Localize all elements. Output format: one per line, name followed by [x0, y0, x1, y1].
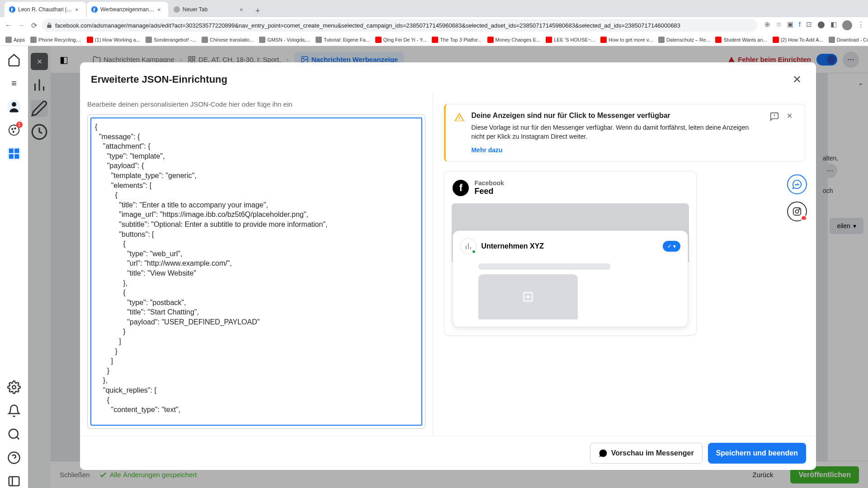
bookmark-item[interactable]: Datenschutz – Re...: [656, 37, 712, 43]
report-icon[interactable]: [769, 112, 779, 122]
generic-favicon: [174, 6, 180, 13]
close-icon[interactable]: ×: [240, 6, 246, 13]
ad-preview-card: f Facebook Feed: [444, 171, 697, 336]
profile-icon[interactable]: [842, 20, 852, 30]
facebook-favicon: [91, 6, 98, 13]
tab-title: Leon R. Chaudhari | Facebook: [18, 6, 72, 13]
lock-icon: [46, 22, 52, 28]
attachment-placeholder: [478, 274, 577, 319]
browser-tab[interactable]: Leon R. Chaudhari | Facebook ×: [5, 2, 86, 17]
warning-alert: Deine Anzeigen sind nur für Click to Mes…: [444, 104, 805, 162]
bookmark-item[interactable]: How to get more v...: [599, 37, 655, 43]
svg-rect-9: [9, 154, 14, 159]
menu-icon[interactable]: ⋮: [858, 20, 864, 30]
bookmark-item[interactable]: Phone Recycling,...: [28, 37, 83, 43]
instagram-icon[interactable]: [787, 202, 807, 221]
close-icon[interactable]: ✕: [787, 112, 797, 122]
svg-point-11: [12, 385, 16, 389]
bookmark-item[interactable]: Download - Cooki...: [827, 37, 868, 43]
message-placeholder: [478, 263, 610, 270]
browser-tab[interactable]: Werbeanzeigenmanager - We ×: [87, 2, 168, 17]
bookmark-item[interactable]: Qing Fei De Yi - Y...: [373, 37, 429, 43]
save-and-finish-button[interactable]: Speichern und beenden: [708, 443, 806, 464]
collapse-icon[interactable]: [7, 474, 21, 488]
tab-title: Werbeanzeigenmanager - We: [100, 6, 155, 13]
bookmark-item[interactable]: Sonderangebot! -...: [144, 37, 198, 43]
address-bar[interactable]: facebook.com/adsmanager/manage/ads/edit?…: [42, 19, 757, 32]
svg-point-12: [9, 429, 18, 438]
alert-text: Diese Vorlage ist nur für den Messenger …: [471, 123, 763, 141]
json-code-input[interactable]: [90, 117, 422, 426]
bookmark-item[interactable]: Tutorial: Eigene Fa...: [314, 37, 372, 43]
hamburger-icon[interactable]: ≡: [7, 76, 21, 90]
extension-icon[interactable]: ◧: [830, 20, 837, 30]
avatar[interactable]: [7, 100, 21, 113]
help-icon[interactable]: [7, 451, 21, 465]
close-icon[interactable]: ×: [75, 6, 81, 13]
notification-badge: 1: [16, 122, 23, 128]
svg-point-36: [795, 210, 798, 213]
messenger-icon[interactable]: [787, 174, 807, 194]
expand-button[interactable]: ✓ ▾: [663, 241, 680, 252]
modal-title: Erweiterte JSON-Einrichtung: [91, 74, 227, 85]
json-setup-modal: Erweiterte JSON-Einrichtung ✕ Bearbeite …: [80, 62, 816, 470]
svg-point-6: [13, 131, 14, 133]
star-icon[interactable]: ☆: [776, 20, 782, 30]
online-dot-icon: [472, 249, 476, 254]
browser-tab[interactable]: Neuer Tab ×: [169, 2, 250, 17]
facebook-icon: f: [453, 180, 469, 196]
url-text: facebook.com/adsmanager/manage/ads/edit?…: [55, 22, 680, 29]
svg-point-5: [14, 128, 16, 129]
facebook-favicon: [9, 6, 15, 13]
svg-rect-15: [9, 477, 19, 486]
bookmark-item[interactable]: GMSN - Vologda,...: [257, 37, 312, 43]
bookmark-item[interactable]: The Top 3 Platfor...: [430, 37, 483, 43]
close-icon[interactable]: ✕: [789, 71, 805, 88]
blocked-badge-icon: [801, 215, 807, 221]
close-icon[interactable]: ×: [157, 6, 164, 13]
preview-feed: Feed: [474, 187, 504, 196]
left-rail: ≡ 1: [0, 46, 28, 488]
bookmark-item[interactable]: Money Changes E...: [486, 37, 542, 43]
warning-icon: [454, 112, 465, 122]
bookmark-item[interactable]: (2) How To Add A...: [771, 37, 825, 43]
tab-title: Neuer Tab: [183, 6, 237, 13]
zoom-icon[interactable]: ⊕: [764, 20, 770, 30]
gear-icon[interactable]: [7, 380, 21, 394]
new-tab-button[interactable]: +: [251, 5, 264, 17]
bookmark-item[interactable]: Student Wants an...: [713, 37, 769, 43]
preview-brand: Facebook: [474, 179, 504, 187]
extension-icon[interactable]: ⬤: [817, 20, 825, 30]
back-button[interactable]: ←: [4, 20, 14, 30]
messenger-preview-card: Unternehmen XYZ ✓ ▾: [453, 230, 688, 327]
apps-button[interactable]: Apps: [4, 37, 27, 43]
company-avatar: [460, 238, 476, 254]
bookmark-item[interactable]: Chinese translatio...: [200, 37, 255, 43]
preview-messenger-button[interactable]: Vorschau im Messenger: [590, 443, 703, 464]
bookmarks-bar: Apps Phone Recycling,... (1) How Working…: [0, 33, 868, 46]
bell-icon[interactable]: [7, 404, 21, 418]
extension-icon[interactable]: ▣: [787, 20, 793, 30]
extension-icon[interactable]: f: [799, 20, 801, 30]
bookmark-item[interactable]: LEE 'S HOUSE~...: [544, 37, 597, 43]
svg-rect-7: [9, 149, 14, 153]
svg-point-37: [799, 209, 800, 210]
extension-icon[interactable]: ⊡: [806, 20, 812, 30]
company-name: Unternehmen XYZ: [481, 242, 544, 250]
svg-line-13: [17, 437, 19, 439]
search-icon[interactable]: [7, 427, 21, 441]
reload-button[interactable]: ⟳: [29, 20, 39, 30]
svg-rect-10: [14, 154, 19, 159]
bookmark-item[interactable]: (1) How Working a...: [85, 37, 142, 43]
modal-overlay: Erweiterte JSON-Einrichtung ✕ Bearbeite …: [28, 46, 868, 488]
alert-title: Deine Anzeigen sind nur für Click to Mes…: [471, 112, 763, 120]
table-icon[interactable]: [7, 147, 21, 160]
json-edit-label: Bearbeite deinen personalisierten JSON-C…: [87, 100, 425, 108]
address-bar-row: ← → ⟳ facebook.com/adsmanager/manage/ads…: [0, 17, 868, 33]
forward-button: →: [16, 20, 26, 30]
svg-point-4: [12, 128, 13, 130]
learn-more-link[interactable]: Mehr dazu: [471, 146, 502, 154]
browser-tab-strip: Leon R. Chaudhari | Facebook × Werbeanze…: [0, 0, 868, 17]
home-icon[interactable]: [7, 53, 21, 66]
cookie-icon[interactable]: 1: [7, 123, 21, 137]
